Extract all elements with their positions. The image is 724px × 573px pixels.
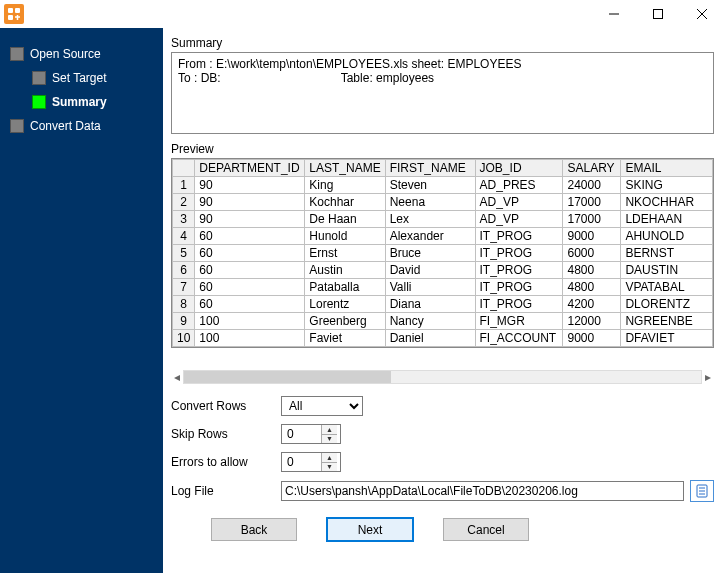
- skip-rows-input[interactable]: [285, 425, 321, 443]
- sidebar-item-label: Open Source: [30, 47, 101, 61]
- cell: Nancy: [385, 313, 475, 330]
- table-row[interactable]: 660AustinDavidIT_PROG4800DAUSTIN: [173, 262, 713, 279]
- cell: Bruce: [385, 245, 475, 262]
- options-form: Convert Rows All Skip Rows ▲▼ Errors to …: [171, 396, 714, 510]
- spin-up-icon[interactable]: ▲: [322, 453, 337, 463]
- minimize-button[interactable]: [592, 0, 636, 28]
- cell: 100: [195, 330, 305, 347]
- sidebar-item-open-source[interactable]: Open Source: [10, 42, 163, 66]
- table-row[interactable]: 760PataballaValliIT_PROG4800VPATABAL: [173, 279, 713, 296]
- scroll-right-icon[interactable]: ▸: [702, 370, 714, 384]
- scroll-thumb[interactable]: [184, 371, 391, 383]
- cell: 24000: [563, 177, 621, 194]
- cell: Ernst: [305, 245, 385, 262]
- cell: King: [305, 177, 385, 194]
- preview-header-row: DEPARTMENT_IDLAST_NAMEFIRST_NAMEJOB_IDSA…: [173, 160, 713, 177]
- convert-rows-label: Convert Rows: [171, 399, 281, 413]
- browse-button[interactable]: [690, 480, 714, 502]
- cell: 60: [195, 262, 305, 279]
- summary-to: To : DB:Table: employees: [178, 71, 707, 85]
- cell: Greenberg: [305, 313, 385, 330]
- column-header[interactable]: SALARY: [563, 160, 621, 177]
- column-header[interactable]: FIRST_NAME: [385, 160, 475, 177]
- column-header[interactable]: DEPARTMENT_ID: [195, 160, 305, 177]
- summary-title: Summary: [171, 34, 714, 52]
- sidebar-item-label: Summary: [52, 95, 107, 109]
- skip-rows-label: Skip Rows: [171, 427, 281, 441]
- errors-spinner[interactable]: ▲▼: [281, 452, 341, 472]
- preview-body: 190KingStevenAD_PRES24000SKING290Kochhar…: [173, 177, 713, 347]
- scroll-track[interactable]: [183, 370, 702, 384]
- table-row[interactable]: 390De HaanLexAD_VP17000LDEHAAN: [173, 211, 713, 228]
- step-indicator-icon: [32, 71, 46, 85]
- column-header[interactable]: LAST_NAME: [305, 160, 385, 177]
- cell: 4800: [563, 279, 621, 296]
- row-number: 3: [173, 211, 195, 228]
- cell: IT_PROG: [475, 228, 563, 245]
- cell: 4200: [563, 296, 621, 313]
- cell: LDEHAAN: [621, 211, 713, 228]
- close-button[interactable]: [680, 0, 724, 28]
- svg-rect-0: [8, 8, 13, 13]
- next-button[interactable]: Next: [327, 518, 413, 541]
- cell: Alexander: [385, 228, 475, 245]
- table-row[interactable]: 460HunoldAlexanderIT_PROG9000AHUNOLD: [173, 228, 713, 245]
- table-row[interactable]: 560ErnstBruceIT_PROG6000BERNST: [173, 245, 713, 262]
- cell: IT_PROG: [475, 279, 563, 296]
- skip-rows-spinner[interactable]: ▲▼: [281, 424, 341, 444]
- sidebar: Open SourceSet TargetSummaryConvert Data: [0, 28, 163, 573]
- cell: 17000: [563, 211, 621, 228]
- spin-down-icon[interactable]: ▼: [322, 463, 337, 472]
- main-panel: Summary From : E:\work\temp\nton\EMPLOYE…: [163, 28, 724, 573]
- cell: 6000: [563, 245, 621, 262]
- convert-rows-select[interactable]: All: [281, 396, 363, 416]
- sidebar-item-set-target[interactable]: Set Target: [10, 66, 163, 90]
- cell: Neena: [385, 194, 475, 211]
- column-header[interactable]: JOB_ID: [475, 160, 563, 177]
- table-row[interactable]: 190KingStevenAD_PRES24000SKING: [173, 177, 713, 194]
- cancel-button[interactable]: Cancel: [443, 518, 529, 541]
- cell: BERNST: [621, 245, 713, 262]
- spin-up-icon[interactable]: ▲: [322, 425, 337, 435]
- cell: AD_PRES: [475, 177, 563, 194]
- row-number: 10: [173, 330, 195, 347]
- horizontal-scrollbar[interactable]: ◂ ▸: [171, 370, 714, 384]
- cell: Pataballa: [305, 279, 385, 296]
- cell: IT_PROG: [475, 296, 563, 313]
- spin-down-icon[interactable]: ▼: [322, 435, 337, 444]
- scroll-left-icon[interactable]: ◂: [171, 370, 183, 384]
- cell: 60: [195, 296, 305, 313]
- table-row[interactable]: 860LorentzDianaIT_PROG4200DLORENTZ: [173, 296, 713, 313]
- back-button[interactable]: Back: [211, 518, 297, 541]
- row-number: 1: [173, 177, 195, 194]
- cell: Austin: [305, 262, 385, 279]
- sidebar-item-convert-data[interactable]: Convert Data: [10, 114, 163, 138]
- table-row[interactable]: 290KochharNeenaAD_VP17000NKOCHHAR: [173, 194, 713, 211]
- cell: Lorentz: [305, 296, 385, 313]
- preview-table-container: DEPARTMENT_IDLAST_NAMEFIRST_NAMEJOB_IDSA…: [171, 158, 714, 348]
- cell: AHUNOLD: [621, 228, 713, 245]
- sidebar-item-label: Convert Data: [30, 119, 101, 133]
- cell: Diana: [385, 296, 475, 313]
- sidebar-item-summary[interactable]: Summary: [10, 90, 163, 114]
- column-header[interactable]: EMAIL: [621, 160, 713, 177]
- cell: DAUSTIN: [621, 262, 713, 279]
- cell: AD_VP: [475, 211, 563, 228]
- logfile-input[interactable]: [281, 481, 684, 501]
- svg-rect-4: [654, 9, 663, 18]
- cell: FI_MGR: [475, 313, 563, 330]
- table-row[interactable]: 10100FavietDanielFI_ACCOUNT9000DFAVIET: [173, 330, 713, 347]
- cell: 17000: [563, 194, 621, 211]
- row-number: 4: [173, 228, 195, 245]
- cell: IT_PROG: [475, 262, 563, 279]
- cell: Valli: [385, 279, 475, 296]
- row-number: 5: [173, 245, 195, 262]
- table-row[interactable]: 9100GreenbergNancyFI_MGR12000NGREENBE: [173, 313, 713, 330]
- row-number: 2: [173, 194, 195, 211]
- maximize-button[interactable]: [636, 0, 680, 28]
- cell: De Haan: [305, 211, 385, 228]
- errors-input[interactable]: [285, 453, 321, 471]
- cell: 90: [195, 211, 305, 228]
- cell: SKING: [621, 177, 713, 194]
- cell: Daniel: [385, 330, 475, 347]
